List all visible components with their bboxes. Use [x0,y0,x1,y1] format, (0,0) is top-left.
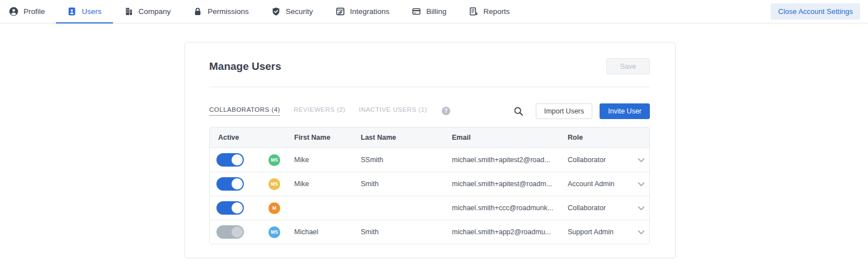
nav-item-label: Reports [483,7,510,16]
last-name-cell: Smith [361,228,452,236]
nav-item-integrations[interactable]: Integrations [324,0,401,23]
active-toggle[interactable] [216,201,244,215]
top-navigation: Profile Users [0,0,868,23]
toggle-knob [232,202,243,214]
nav-item-permissions[interactable]: Permissions [182,0,260,23]
table-row: MS Mike Smith michael.smith+apitest@road… [210,172,649,196]
integrations-icon [336,7,345,16]
table-row: M michael.smith+ccc@roadmunk... Collabor… [210,196,649,220]
invite-user-button[interactable]: Invite User [600,103,650,119]
nav-item-label: Profile [23,7,45,16]
table-header-row: Active First Name Last Name Email Role [210,127,649,148]
nav-item-security[interactable]: Security [260,0,324,23]
email-cell: michael.smith+apitest2@road... [452,156,568,164]
first-name-cell: Mike [294,156,361,164]
import-users-button[interactable]: Import Users [536,103,593,119]
active-toggle[interactable] [216,153,244,167]
email-cell: michael.smith+ccc@roadmunk... [452,204,568,212]
column-header-email: Email [452,134,568,141]
nav-item-billing[interactable]: Billing [400,0,457,23]
email-cell: michael.smith+app2@roadmu... [452,228,568,236]
active-toggle[interactable] [216,177,244,191]
chevron-down-icon[interactable] [633,230,649,235]
users-icon [67,7,77,16]
nav-item-label: Permissions [207,7,249,16]
nav-item-label: Integrations [350,7,390,16]
toggle-knob [232,178,243,190]
table-row: MS Mike SSmith michael.smith+apitest2@ro… [210,148,649,172]
search-icon[interactable] [513,106,523,116]
close-account-settings-button[interactable]: Close Account Settings [771,3,860,20]
chevron-down-icon[interactable] [633,158,649,163]
shield-check-icon [271,7,281,16]
page-title: Manage Users [209,60,281,73]
nav-item-users[interactable]: Users [56,0,112,23]
first-name-cell: Michael [294,228,361,236]
account-settings-page: Profile Users [0,0,868,270]
credit-card-icon [412,7,421,16]
nav-item-reports[interactable]: Reports [457,0,521,23]
nav-item-label: Users [82,7,101,16]
role-cell: Support Admin [568,228,633,236]
report-icon [469,7,478,16]
column-header-active: Active [210,134,294,141]
avatar: M [268,202,280,214]
nav-item-company[interactable]: Company [113,0,182,23]
tab-reviewers[interactable]: REVIEWERS (2) [294,106,346,116]
card-header: Manage Users Save [209,58,650,74]
lock-icon [193,7,202,16]
email-cell: michael.smith+apitest@roadm... [452,180,568,188]
column-header-last-name: Last Name [361,134,452,141]
column-header-first-name: First Name [294,134,361,141]
save-button[interactable]: Save [606,58,650,74]
role-cell: Collaborator [568,204,633,212]
nav-item-label: Security [286,7,313,16]
first-name-cell: Mike [294,180,361,188]
active-toggle[interactable] [216,225,244,239]
avatar: MS [268,226,280,238]
table-row: MS Michael Smith michael.smith+app2@road… [210,220,649,244]
avatar: MS [268,154,280,166]
question-icon[interactable]: ? [442,107,450,115]
last-name-cell: SSmith [361,156,452,164]
nav-item-label: Billing [426,7,446,16]
toggle-knob [232,154,243,165]
tab-collaborators[interactable]: COLLABORATORS (4) [209,106,280,116]
nav-item-label: Company [139,7,171,16]
role-cell: Collaborator [568,156,633,164]
tab-inactive-users[interactable]: INACTIVE USERS (1) [359,106,427,116]
tabs-and-actions-row: COLLABORATORS (4) REVIEWERS (2) INACTIVE… [209,103,650,119]
last-name-cell: Smith [361,180,452,188]
chevron-down-icon[interactable] [633,182,649,187]
role-cell: Account Admin [568,180,633,188]
header-divider [209,87,650,87]
users-table: Active First Name Last Name Email Role M… [209,127,650,244]
toggle-knob [232,226,243,238]
company-icon [124,7,134,16]
manage-users-card: Manage Users Save COLLABORATORS (4) REVI… [185,42,676,258]
profile-icon [9,7,18,16]
avatar: MS [268,178,280,190]
nav-item-profile[interactable]: Profile [0,0,56,23]
chevron-down-icon[interactable] [633,206,649,211]
column-header-role: Role [568,134,633,141]
